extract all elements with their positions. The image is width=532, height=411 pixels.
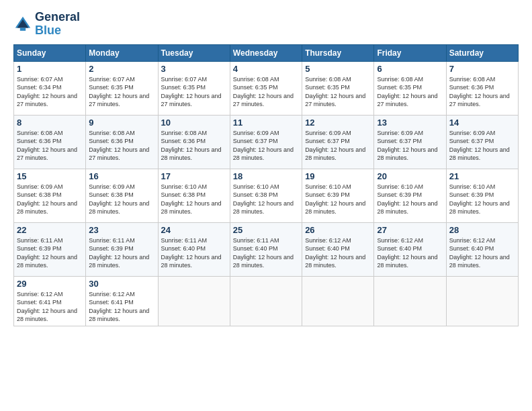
calendar-cell: 2Sunrise: 6:07 AMSunset: 6:35 PMDaylight… [86, 61, 158, 115]
header: General Blue [13, 11, 519, 38]
calendar-cell: 8Sunrise: 6:08 AMSunset: 6:36 PMDaylight… [14, 115, 86, 169]
calendar-week-row: 8Sunrise: 6:08 AMSunset: 6:36 PMDaylight… [14, 115, 519, 169]
day-info: Sunrise: 6:10 AMSunset: 6:39 PMDaylight:… [305, 183, 371, 216]
calendar-cell: 10Sunrise: 6:08 AMSunset: 6:36 PMDayligh… [158, 115, 230, 169]
calendar-cell [158, 276, 230, 326]
page: General Blue SundayMondayTuesdayWednesda… [0, 0, 532, 411]
calendar-cell: 11Sunrise: 6:09 AMSunset: 6:37 PMDayligh… [230, 115, 302, 169]
day-info: Sunrise: 6:12 AMSunset: 6:40 PMDaylight:… [449, 236, 515, 270]
day-info: Sunrise: 6:09 AMSunset: 6:37 PMDaylight:… [233, 129, 299, 163]
day-number: 21 [449, 171, 515, 181]
day-info: Sunrise: 6:09 AMSunset: 6:37 PMDaylight:… [305, 129, 371, 163]
weekday-header: Friday [374, 44, 446, 61]
calendar-cell [230, 276, 302, 326]
day-info: Sunrise: 6:12 AMSunset: 6:40 PMDaylight:… [305, 236, 371, 270]
calendar-cell: 1Sunrise: 6:07 AMSunset: 6:34 PMDaylight… [14, 61, 86, 115]
day-info: Sunrise: 6:08 AMSunset: 6:35 PMDaylight:… [377, 75, 443, 109]
day-number: 18 [233, 171, 299, 181]
calendar-week-row: 29Sunrise: 6:12 AMSunset: 6:41 PMDayligh… [14, 276, 519, 326]
calendar-cell: 18Sunrise: 6:10 AMSunset: 6:38 PMDayligh… [230, 169, 302, 222]
day-number: 10 [161, 118, 227, 128]
day-number: 25 [233, 225, 299, 235]
calendar-cell [446, 276, 518, 326]
day-number: 11 [233, 118, 299, 128]
day-number: 23 [89, 225, 154, 235]
day-info: Sunrise: 6:11 AMSunset: 6:39 PMDaylight:… [17, 236, 83, 270]
day-number: 20 [377, 171, 443, 181]
day-info: Sunrise: 6:09 AMSunset: 6:38 PMDaylight:… [89, 183, 154, 216]
day-info: Sunrise: 6:10 AMSunset: 6:38 PMDaylight:… [233, 183, 299, 216]
weekday-header: Monday [86, 44, 158, 61]
day-info: Sunrise: 6:08 AMSunset: 6:36 PMDaylight:… [449, 75, 515, 109]
day-number: 1 [17, 64, 83, 74]
day-number: 8 [17, 118, 83, 128]
day-info: Sunrise: 6:11 AMSunset: 6:40 PMDaylight:… [233, 236, 299, 270]
calendar-cell: 5Sunrise: 6:08 AMSunset: 6:35 PMDaylight… [302, 61, 374, 115]
header-row: SundayMondayTuesdayWednesdayThursdayFrid… [14, 44, 519, 61]
calendar-week-row: 1Sunrise: 6:07 AMSunset: 6:34 PMDaylight… [14, 61, 519, 115]
svg-rect-2 [20, 28, 26, 30]
day-info: Sunrise: 6:09 AMSunset: 6:37 PMDaylight:… [377, 129, 443, 163]
day-info: Sunrise: 6:09 AMSunset: 6:38 PMDaylight:… [17, 183, 83, 216]
calendar-cell: 23Sunrise: 6:11 AMSunset: 6:39 PMDayligh… [86, 222, 158, 276]
calendar-cell: 12Sunrise: 6:09 AMSunset: 6:37 PMDayligh… [302, 115, 374, 169]
day-number: 13 [377, 118, 443, 128]
day-number: 15 [17, 171, 83, 181]
day-info: Sunrise: 6:07 AMSunset: 6:35 PMDaylight:… [89, 75, 154, 109]
day-info: Sunrise: 6:08 AMSunset: 6:35 PMDaylight:… [305, 75, 371, 109]
day-number: 30 [89, 279, 154, 289]
calendar-cell: 3Sunrise: 6:07 AMSunset: 6:35 PMDaylight… [158, 61, 230, 115]
calendar-table: SundayMondayTuesdayWednesdayThursdayFrid… [13, 44, 519, 326]
day-number: 28 [449, 225, 515, 235]
calendar-cell: 25Sunrise: 6:11 AMSunset: 6:40 PMDayligh… [230, 222, 302, 276]
day-info: Sunrise: 6:12 AMSunset: 6:40 PMDaylight:… [377, 236, 443, 270]
day-number: 14 [449, 118, 515, 128]
day-info: Sunrise: 6:10 AMSunset: 6:38 PMDaylight:… [161, 183, 227, 216]
day-info: Sunrise: 6:08 AMSunset: 6:36 PMDaylight:… [89, 129, 154, 163]
day-number: 5 [305, 64, 371, 74]
day-number: 4 [233, 64, 299, 74]
calendar-cell: 28Sunrise: 6:12 AMSunset: 6:40 PMDayligh… [446, 222, 518, 276]
day-info: Sunrise: 6:10 AMSunset: 6:39 PMDaylight:… [377, 183, 443, 216]
calendar-cell: 24Sunrise: 6:11 AMSunset: 6:40 PMDayligh… [158, 222, 230, 276]
calendar-cell: 13Sunrise: 6:09 AMSunset: 6:37 PMDayligh… [374, 115, 446, 169]
day-info: Sunrise: 6:12 AMSunset: 6:41 PMDaylight:… [17, 290, 83, 324]
day-number: 29 [17, 279, 83, 289]
calendar-cell: 7Sunrise: 6:08 AMSunset: 6:36 PMDaylight… [446, 61, 518, 115]
logo-text: General Blue [35, 11, 80, 38]
day-info: Sunrise: 6:07 AMSunset: 6:35 PMDaylight:… [161, 75, 227, 109]
calendar-cell: 16Sunrise: 6:09 AMSunset: 6:38 PMDayligh… [86, 169, 158, 222]
calendar-cell: 14Sunrise: 6:09 AMSunset: 6:37 PMDayligh… [446, 115, 518, 169]
logo-icon [13, 15, 32, 34]
day-number: 22 [17, 225, 83, 235]
calendar-cell: 26Sunrise: 6:12 AMSunset: 6:40 PMDayligh… [302, 222, 374, 276]
day-info: Sunrise: 6:09 AMSunset: 6:37 PMDaylight:… [449, 129, 515, 163]
weekday-header: Sunday [14, 44, 86, 61]
calendar-cell [374, 276, 446, 326]
day-number: 24 [161, 225, 227, 235]
day-number: 3 [161, 64, 227, 74]
calendar-cell: 22Sunrise: 6:11 AMSunset: 6:39 PMDayligh… [14, 222, 86, 276]
weekday-header: Tuesday [158, 44, 230, 61]
day-info: Sunrise: 6:08 AMSunset: 6:35 PMDaylight:… [233, 75, 299, 109]
day-info: Sunrise: 6:11 AMSunset: 6:39 PMDaylight:… [89, 236, 154, 270]
calendar-cell: 4Sunrise: 6:08 AMSunset: 6:35 PMDaylight… [230, 61, 302, 115]
day-info: Sunrise: 6:08 AMSunset: 6:36 PMDaylight:… [161, 129, 227, 163]
day-info: Sunrise: 6:08 AMSunset: 6:36 PMDaylight:… [17, 129, 83, 163]
weekday-header: Wednesday [230, 44, 302, 61]
calendar-cell: 20Sunrise: 6:10 AMSunset: 6:39 PMDayligh… [374, 169, 446, 222]
calendar-cell: 21Sunrise: 6:10 AMSunset: 6:39 PMDayligh… [446, 169, 518, 222]
day-info: Sunrise: 6:10 AMSunset: 6:39 PMDaylight:… [449, 183, 515, 216]
day-info: Sunrise: 6:11 AMSunset: 6:40 PMDaylight:… [161, 236, 227, 270]
calendar-cell: 29Sunrise: 6:12 AMSunset: 6:41 PMDayligh… [14, 276, 86, 326]
day-number: 26 [305, 225, 371, 235]
calendar-cell: 6Sunrise: 6:08 AMSunset: 6:35 PMDaylight… [374, 61, 446, 115]
day-info: Sunrise: 6:07 AMSunset: 6:34 PMDaylight:… [17, 75, 83, 109]
calendar-cell: 27Sunrise: 6:12 AMSunset: 6:40 PMDayligh… [374, 222, 446, 276]
calendar-cell: 30Sunrise: 6:12 AMSunset: 6:41 PMDayligh… [86, 276, 158, 326]
day-number: 7 [449, 64, 515, 74]
day-number: 12 [305, 118, 371, 128]
logo: General Blue [13, 11, 80, 38]
calendar-cell: 19Sunrise: 6:10 AMSunset: 6:39 PMDayligh… [302, 169, 374, 222]
day-number: 9 [89, 118, 154, 128]
